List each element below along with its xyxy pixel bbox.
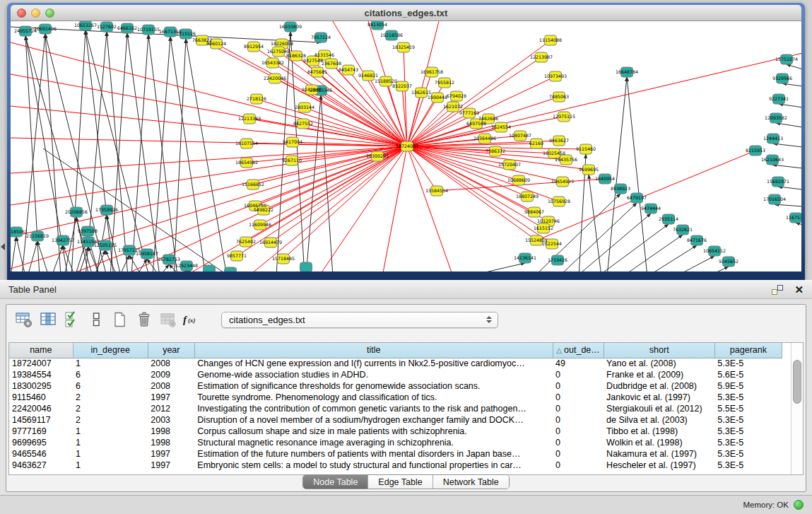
table-settings-icon[interactable] <box>13 309 35 330</box>
table-panel: Table Panel ✕ <box>0 280 812 514</box>
close-window-button[interactable] <box>17 8 26 18</box>
graph-node-label: 15166852 <box>242 182 264 187</box>
table-cell: 0 <box>553 392 604 403</box>
new-table-icon[interactable] <box>110 309 131 330</box>
graph-node-label: 16543382 <box>261 60 284 65</box>
table-cell: 18724007 <box>9 358 73 369</box>
fx-glyph: f <box>183 314 188 325</box>
graph-node-label: 2367608 <box>322 61 341 66</box>
table-source-dropdown[interactable]: citations_edges.txt <box>221 312 498 328</box>
graph-node-label: 19654923 <box>551 179 574 184</box>
column-header-out_de[interactable]: △out_de… <box>553 343 604 358</box>
graph-node-label: 9267110 <box>282 158 302 163</box>
table-panel-body: f (x) citations_edges.txt namein_degreey… <box>6 304 806 492</box>
scrollbar-track[interactable] <box>791 343 803 474</box>
graph-node-label: 2803144 <box>295 105 314 110</box>
graph-node-label: 18300295 <box>366 153 389 158</box>
row-options-icon[interactable] <box>86 309 107 330</box>
table-cell: Corpus callosum shape and size in male p… <box>194 426 553 437</box>
table-cell: 1997 <box>148 448 194 460</box>
table-row[interactable]: 1938455462009Genome-wide association stu… <box>9 369 782 380</box>
table-row[interactable]: 946554611997Estimation of the future num… <box>9 448 782 460</box>
graph-node-label: 18325419 <box>392 45 415 49</box>
graph-node-label: 15718485 <box>272 256 295 261</box>
graph-node-label: 9115460 <box>576 146 596 151</box>
graph-node-label: 8912954 <box>244 44 264 49</box>
table-cell: Stergiakouli et al. (2012) <box>604 403 714 414</box>
table-cell: 5.3E-5 <box>714 414 782 426</box>
graph-node-label: 12505115 <box>94 243 117 247</box>
graph-node-label: 9777169 <box>459 110 479 115</box>
graph-node-label: 15188520 <box>375 78 397 83</box>
table-cell: 9465546 <box>9 448 73 460</box>
graph-node-label: 9474444 <box>641 206 661 211</box>
graph-node-label: 8454743 <box>339 67 358 72</box>
app-root: { "window": { "title": "citations_edges.… <box>0 0 812 514</box>
table-cell: 1 <box>73 460 148 471</box>
column-header-title[interactable]: title <box>194 343 553 358</box>
delete-table-icon[interactable] <box>134 309 155 330</box>
graph-node-label: 1733426 <box>548 257 567 262</box>
graph-node-label: 1640954 <box>595 176 615 181</box>
graph-node[interactable] <box>300 262 312 271</box>
minimize-window-button[interactable] <box>31 8 40 18</box>
sort-ascending-icon: △ <box>556 346 562 354</box>
graph-node-label: 11154088 <box>539 37 562 42</box>
table-cell: Tourette syndrome. Phenomenology and cla… <box>194 392 553 403</box>
graph-node-label: 1244413 <box>763 136 783 141</box>
table-cell: 5.3E-5 <box>714 437 782 448</box>
tab-network-table[interactable]: Network Table <box>433 475 509 489</box>
table-cell: 5.3E-5 <box>714 426 782 437</box>
graph-node[interactable] <box>225 267 237 271</box>
graph-node-label: 1527602 <box>97 24 117 29</box>
float-panel-icon[interactable] <box>772 285 783 295</box>
column-header-short[interactable]: short <box>604 343 714 358</box>
column-header-in_degree[interactable]: in_degree <box>73 343 148 358</box>
column-header-name[interactable]: name <box>9 343 73 358</box>
graph-node-label: 7857224 <box>311 35 331 40</box>
tab-edge-table[interactable]: Edge Table <box>368 475 433 489</box>
table-cell: 9115460 <box>9 392 73 403</box>
window-titlebar[interactable]: citations_edges.txt <box>11 5 801 21</box>
function-builder-icon[interactable]: f (x) <box>182 309 203 330</box>
table-cell: 0 <box>553 403 604 414</box>
zoom-window-button[interactable] <box>45 8 54 18</box>
network-canvas[interactable]: 2405572420691406106532671527602646616210… <box>11 21 801 271</box>
table-cell: 2012 <box>148 403 194 414</box>
show-columns-icon[interactable] <box>37 309 59 330</box>
graph-node-label: 8475685 <box>307 69 327 74</box>
table-row[interactable]: 946362711997Embryonic stem cells: a mode… <box>9 460 782 471</box>
memory-status-indicator[interactable] <box>794 500 804 510</box>
table-cell: de Silva et al. (2003) <box>604 414 714 426</box>
graph-node-label: 9245652 <box>719 259 739 264</box>
tab-node-table[interactable]: Node Table <box>303 475 368 489</box>
table-cell: Yano et al. (2008) <box>604 358 714 369</box>
column-header-year[interactable]: year <box>148 343 194 358</box>
scrollbar-thumb[interactable] <box>793 360 801 404</box>
graph-node-label: 9146821 <box>358 73 378 78</box>
column-header-pagerank[interactable]: pagerank <box>714 343 782 358</box>
graph-node[interactable] <box>204 265 216 271</box>
graph-node-label: 16210643 <box>761 157 784 162</box>
table-row[interactable]: 1830029562008Estimation of significance … <box>9 380 782 392</box>
table-cell: Jankovic et al. (1997) <box>604 392 714 403</box>
table-cell: 1 <box>73 426 148 437</box>
table-row[interactable]: 1872400712008Changes of HCN gene express… <box>9 358 782 369</box>
graph-node-label: 12093582 <box>765 115 787 120</box>
graph-node-label: 18185061 <box>11 229 28 234</box>
table-row[interactable]: 1456911722003Disruption of a novel membe… <box>9 414 782 426</box>
table-row[interactable]: 911546021997Tourette syndrome. Phenomeno… <box>9 392 782 403</box>
graph-node-label: 1990448 <box>428 95 447 100</box>
table-row[interactable]: 977716911998Corpus callosum shape and si… <box>9 426 782 437</box>
table-row[interactable]: 969969511998Structural magnetic resonanc… <box>9 437 782 448</box>
table-cell: 0 <box>553 448 604 460</box>
select-columns-icon[interactable] <box>61 309 83 330</box>
graph-node-label: 17359926 <box>95 207 118 212</box>
graph-node-label: 1167533 <box>786 215 801 220</box>
node-table-viewport: namein_degreeyeartitle△out_de…shortpager… <box>8 342 804 475</box>
table-cell: 0 <box>553 380 604 392</box>
graph-node-label: 9329966 <box>772 76 792 81</box>
close-panel-icon[interactable]: ✕ <box>794 285 804 295</box>
table-row[interactable]: 2242004622012Investigating the contribut… <box>9 403 782 414</box>
panel-collapse-arrow-icon[interactable] <box>1 243 5 250</box>
